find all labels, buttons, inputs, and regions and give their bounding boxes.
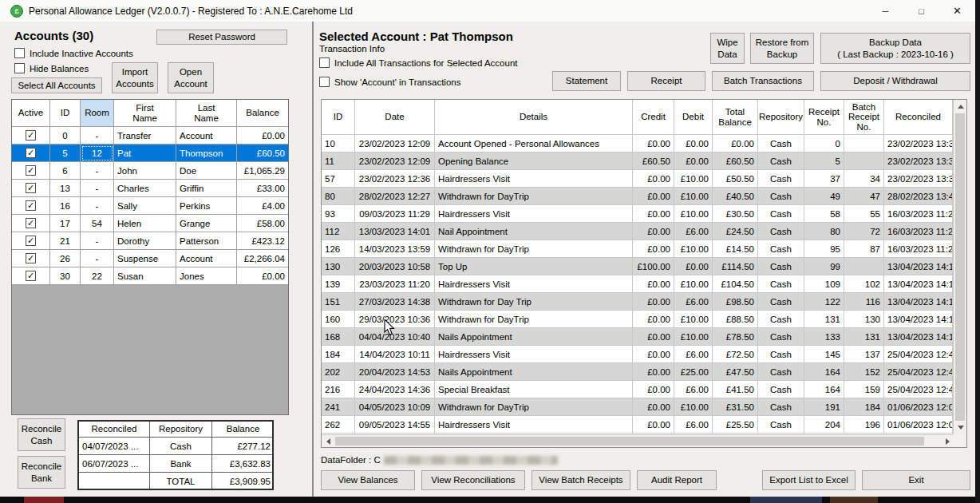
cell-reconciled[interactable]: 16/03/2023 11:2 — [884, 205, 953, 223]
cell-id[interactable]: 168 — [322, 328, 355, 346]
cell-last-name[interactable]: Griffin — [176, 180, 237, 197]
cell-reconciled[interactable]: 13/04/2023 14:1 — [884, 275, 953, 293]
cell-repository[interactable]: Cash — [758, 311, 804, 328]
cell-reconciled[interactable]: 25/04/2023 12:4 — [884, 363, 953, 381]
transaction-row[interactable]: 16804/04/2023 10:40Nails Appointment£0.0… — [322, 328, 954, 346]
transaction-row[interactable]: 12614/03/2023 13:59Withdrawn for DayTrip… — [322, 240, 954, 258]
column-header-balance[interactable]: Balance — [212, 422, 274, 438]
cell-reconciled[interactable]: 06/07/2023 ... — [79, 455, 150, 473]
cell-id[interactable]: 11 — [322, 152, 355, 170]
transaction-row[interactable]: 16029/03/2023 10:36Withdrawn for DayTrip… — [322, 311, 954, 328]
cell-debit[interactable]: £6.00 — [674, 223, 713, 240]
cell-details[interactable]: Withdrawn for DayTrip — [435, 311, 633, 328]
cell-first-name[interactable]: Suspense — [114, 250, 176, 267]
column-header-balance[interactable]: Balance — [237, 100, 289, 127]
cell-repository[interactable]: TOTAL — [150, 473, 212, 490]
cell-details[interactable]: Account Opened - Personal Allowances — [435, 135, 633, 152]
transaction-row[interactable]: 13020/03/2023 10:58Top Up£100.00£0.00£11… — [322, 258, 954, 275]
cell-total-balance[interactable]: £41.50 — [713, 381, 758, 398]
cell-receipt-no[interactable]: 49 — [804, 188, 844, 205]
cell-total-balance[interactable]: £0.00 — [713, 135, 758, 152]
cell-batch-receipt-no[interactable]: 55 — [844, 205, 884, 223]
cell-debit[interactable]: £10.00 — [674, 275, 713, 293]
transaction-row[interactable]: 8028/02/2023 12:27Withdrawn for DayTrip£… — [322, 188, 954, 205]
cell-debit[interactable]: £10.00 — [674, 170, 713, 188]
cell-repository[interactable]: Cash — [758, 223, 804, 240]
cell-room[interactable]: - — [81, 127, 114, 145]
cell-reconciled[interactable]: 04/07/2023 ... — [79, 438, 150, 455]
cell-id[interactable]: 126 — [322, 240, 355, 258]
row-active-checkbox[interactable] — [26, 200, 36, 211]
cell-total-balance[interactable]: £78.50 — [713, 328, 758, 346]
cell-date[interactable]: 23/02/2023 12:09 — [355, 152, 435, 170]
cell-active[interactable] — [12, 215, 50, 232]
cell-total-balance[interactable]: £114.50 — [713, 258, 758, 275]
cell-date[interactable]: 20/03/2023 10:58 — [355, 258, 435, 275]
view-balances-button[interactable]: View Balances — [321, 470, 415, 490]
cell-total-balance[interactable]: £25.50 — [713, 416, 758, 434]
cell-reconciled[interactable]: 01/06/2023 12:0 — [884, 398, 953, 416]
cell-details[interactable]: Hairdressers Visit — [435, 170, 633, 188]
cell-debit[interactable]: £6.00 — [674, 416, 713, 434]
transaction-row[interactable]: 24104/05/2023 10:09Withdrawn for DayTrip… — [322, 398, 954, 416]
cell-last-name[interactable]: Perkins — [176, 197, 237, 215]
transaction-row[interactable]: 26209/05/2023 14:55Hairdressers Visit£0.… — [322, 416, 954, 434]
cell-room[interactable]: 22 — [81, 267, 114, 285]
cell-credit[interactable]: £0.00 — [633, 188, 674, 205]
cell-id[interactable]: 0 — [50, 127, 81, 145]
audit-report-button[interactable]: Audit Report — [637, 470, 717, 490]
cell-debit[interactable]: £10.00 — [674, 240, 713, 258]
cell-reconciled[interactable]: 13/04/2023 14:1 — [884, 311, 953, 328]
cell-id[interactable]: 130 — [322, 258, 355, 275]
cell-active[interactable] — [12, 232, 50, 250]
column-header-active[interactable]: Active — [12, 100, 50, 127]
cell-id[interactable]: 5 — [50, 145, 81, 162]
cell-id[interactable]: 16 — [50, 197, 81, 215]
reconcile-cash-button[interactable]: Reconcile Cash — [18, 418, 65, 451]
cell-credit[interactable]: £0.00 — [633, 275, 674, 293]
account-row[interactable]: 3022SusanJones£0.00 — [12, 267, 288, 285]
cell-batch-receipt-no[interactable]: 184 — [844, 398, 884, 416]
cell-total-balance[interactable]: £88.50 — [713, 311, 758, 328]
cell-active[interactable] — [12, 250, 50, 267]
cell-reconciled[interactable]: 13/04/2023 14:1 — [884, 328, 953, 346]
cell-id[interactable]: 184 — [322, 346, 355, 363]
cell-debit[interactable]: £6.00 — [674, 293, 713, 311]
column-header-date[interactable]: Date — [355, 100, 435, 135]
cell-details[interactable]: Nails Appointment — [435, 328, 633, 346]
hide-balances-checkbox[interactable] — [14, 63, 25, 73]
cell-date[interactable]: 23/02/2023 12:36 — [355, 170, 435, 188]
batch-transactions-button[interactable]: Batch Transactions — [712, 71, 814, 91]
column-header-reconciled[interactable]: Reconciled — [884, 100, 953, 135]
cell-receipt-no[interactable]: 95 — [804, 240, 844, 258]
reconcile-row[interactable]: 04/07/2023 ...Cash£277.12 — [79, 438, 272, 455]
backup-data-button[interactable]: Backup Data ( Last Backup : 2023-10-16 ) — [820, 33, 970, 64]
column-header-id[interactable]: ID — [50, 100, 81, 127]
cell-date[interactable]: 23/02/2023 12:09 — [355, 135, 435, 152]
cell-credit[interactable]: £0.00 — [633, 205, 674, 223]
cell-reconciled[interactable]: 25/04/2023 12:4 — [884, 346, 953, 363]
statement-button[interactable]: Statement — [552, 71, 621, 91]
column-header-first-name[interactable]: First Name — [114, 100, 176, 127]
open-account-button[interactable]: Open Account — [168, 62, 214, 93]
cell-balance[interactable]: £3,632.83 — [212, 455, 274, 473]
cell-id[interactable]: 216 — [322, 381, 355, 398]
cell-balance[interactable]: £3,909.95 — [212, 473, 274, 490]
cell-total-balance[interactable]: £104.50 — [713, 275, 758, 293]
cell-batch-receipt-no[interactable]: 72 — [844, 223, 884, 240]
cell-receipt-no[interactable]: 145 — [804, 346, 844, 363]
cell-debit[interactable]: £6.00 — [674, 346, 713, 363]
horizontal-scroll-thumb[interactable] — [335, 437, 924, 446]
column-header-room[interactable]: Room — [81, 100, 114, 127]
cell-reconciled[interactable]: 16/03/2023 11:2 — [884, 223, 953, 240]
cell-id[interactable]: 13 — [50, 180, 81, 197]
account-row[interactable]: 512PatThompson£60.50 — [12, 145, 288, 162]
cell-reconciled[interactable] — [79, 473, 150, 490]
transaction-row[interactable]: 13923/03/2023 11:20Hairdressers Visit£0.… — [322, 275, 954, 293]
cell-debit[interactable]: £10.00 — [674, 205, 713, 223]
include-inactive-checkbox[interactable] — [14, 48, 25, 58]
cell-debit[interactable]: £0.00 — [674, 258, 713, 275]
cell-total-balance[interactable]: £98.50 — [713, 293, 758, 311]
cell-debit[interactable]: £10.00 — [674, 188, 713, 205]
cell-receipt-no[interactable]: 122 — [804, 293, 844, 311]
